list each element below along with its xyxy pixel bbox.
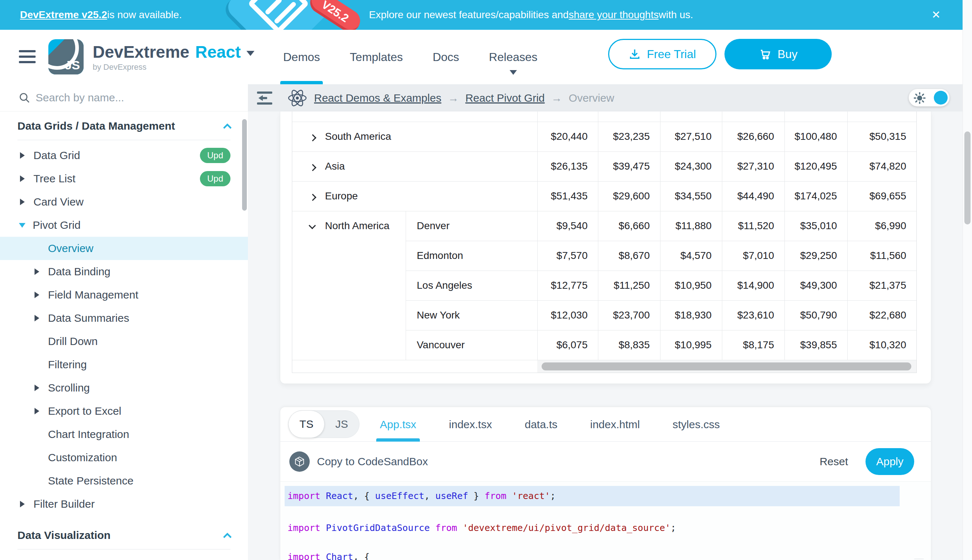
nav-item-docs[interactable]: Docs (431, 30, 460, 84)
devextreme-demos-page: DevExtreme v25.2 is now available. V25.2… (0, 0, 972, 560)
pivot-rowheader-denver[interactable]: Denver (406, 211, 537, 241)
apply-button[interactable]: Apply (865, 448, 914, 475)
sidebar-item-field-management[interactable]: Field Management (0, 283, 248, 307)
chevron-right-icon (35, 268, 39, 275)
nav-item-demos[interactable]: Demos (282, 30, 321, 84)
sidebar-item-filter-builder[interactable]: Filter Builder (0, 492, 248, 516)
pivot-value-cell: $18,930 (660, 300, 722, 330)
pivot-value-cell: $4,570 (660, 241, 722, 270)
theme-toggle[interactable] (909, 89, 949, 107)
pivot-value-cell: $26,660 (722, 122, 785, 152)
sidebar-section-data-visualization: Data Visualization (0, 525, 248, 550)
pivot-value-cell: $120,495 (785, 152, 847, 181)
sidebar-item-data-summaries[interactable]: Data Summaries (0, 307, 248, 330)
pivot-row-europe: Europe$51,435$29,600$34,550$44,490$174,0… (292, 181, 917, 211)
sidebar-item-pivot-grid[interactable]: Pivot Grid (0, 213, 248, 237)
pivot-rowheader-new-york[interactable]: New York (406, 300, 537, 330)
breadcrumb-item-react-pivot-grid[interactable]: React Pivot Grid (465, 92, 545, 104)
sidebar-section-header[interactable]: Data Visualization (0, 525, 248, 545)
pivot-value-cell: $74,820 (847, 152, 917, 181)
sidebar-item-data-binding[interactable]: Data Binding (0, 260, 248, 283)
pivot-value-cell: $27,510 (660, 122, 722, 152)
tab-styles-css[interactable]: styles.css (669, 407, 723, 442)
pivot-value-cell: $8,670 (598, 241, 660, 270)
chevron-right-icon (20, 175, 25, 182)
chevron-up-icon (223, 532, 232, 541)
horizontal-scrollbar-thumb[interactable] (542, 362, 911, 370)
pivot-rowheader-asia[interactable]: Asia (292, 152, 537, 181)
pivot-value-cell: $11,250 (598, 270, 660, 300)
pivot-rowheader-edmonton[interactable]: Edmonton (406, 241, 537, 270)
collapse-sidebar-icon[interactable] (256, 90, 273, 106)
expand-chevron-icon[interactable] (310, 194, 316, 201)
sidebar-item-filtering[interactable]: Filtering (0, 353, 248, 376)
code-scrollbar[interactable] (914, 558, 923, 559)
pivot-value-cell: $21,375 (847, 270, 917, 300)
tab-data-ts[interactable]: data.ts (521, 407, 561, 442)
tab-index-tsx[interactable]: index.tsx (445, 407, 495, 442)
framework-selector[interactable]: React (195, 42, 241, 62)
pivot-row-denver: North AmericaDenver$9,540$6,660$11,880$1… (292, 211, 917, 241)
tab-app-tsx[interactable]: App.tsx (376, 407, 420, 442)
sidebar-scrollbar[interactable] (242, 119, 247, 211)
sidebar-item-drill-down[interactable]: Drill Down (0, 330, 248, 353)
pivot-rowheader-south-america[interactable]: South America (292, 122, 537, 152)
js-option[interactable]: JS (324, 411, 359, 438)
sidebar-item-chart-integration[interactable]: Chart Integration (0, 423, 248, 446)
expand-chevron-icon[interactable] (310, 134, 316, 142)
pivot-value-cell: $35,010 (785, 211, 847, 241)
chevron-right-icon (35, 408, 39, 414)
tab-index-html[interactable]: index.html (587, 407, 644, 442)
pivot-rowheader-los-angeles[interactable]: Los Angeles (406, 270, 537, 300)
share-thoughts-link[interactable]: share your thoughts (569, 9, 659, 21)
nav-item-templates[interactable]: Templates (348, 30, 404, 84)
search-input[interactable] (36, 87, 232, 108)
brand-block: DevExtreme React by DevExpress (93, 42, 254, 72)
expand-chevron-icon[interactable] (310, 164, 316, 172)
breadcrumb: React Demos & Examples→React Pivot Grid→… (287, 84, 614, 112)
sidebar-item-overview[interactable]: Overview (0, 237, 248, 260)
copy-to-codesandbox-button[interactable]: Copy to CodeSandBox (317, 455, 428, 468)
code-editor[interactable]: import React, { useEffect, useRef } from… (280, 482, 931, 560)
sidebar-section-title: Data Visualization (17, 529, 224, 542)
sidebar-item-label: Data Summaries (48, 312, 129, 324)
pivot-rowheader-north-america[interactable]: North America (292, 211, 406, 360)
theme-toggle-knob[interactable] (934, 91, 948, 105)
chevron-down-icon[interactable] (246, 51, 254, 56)
nav-item-releases[interactable]: Releases (487, 30, 539, 84)
updated-badge: Upd (200, 171, 231, 186)
reset-button[interactable]: Reset (820, 455, 848, 468)
sidebar-item-customization[interactable]: Customization (0, 446, 248, 469)
free-trial-button[interactable]: Free Trial (608, 39, 716, 69)
breadcrumb-bar: React Demos & Examples→React Pivot Grid→… (248, 84, 962, 112)
demo-preview-card: South America$20,440$23,235$27,510$26,66… (280, 112, 931, 384)
pivot-rowheader-europe[interactable]: Europe (292, 181, 537, 211)
sidebar-item-label: Filtering (48, 358, 87, 371)
banner-release-link[interactable]: DevExtreme v25.2 (20, 9, 107, 21)
ts-js-toggle[interactable]: TS JS (288, 410, 360, 438)
breadcrumb-separator: → (551, 92, 562, 104)
codesandbox-icon[interactable] (289, 452, 310, 472)
pivot-value-cell: $8,835 (598, 330, 660, 360)
page-scrollbar[interactable] (962, 0, 972, 560)
sidebar-section-header[interactable]: Data Grids / Data Management (0, 116, 248, 136)
ts-option[interactable]: TS (288, 410, 325, 438)
sidebar-item-tree-list[interactable]: Tree ListUpd (0, 167, 248, 190)
sidebar-item-card-view[interactable]: Card View (0, 190, 248, 213)
pivot-rowheader-vancouver[interactable]: Vancouver (406, 330, 537, 360)
close-icon[interactable]: ✕ (929, 7, 944, 23)
hamburger-menu-icon[interactable] (19, 50, 36, 67)
banner-release-rest: is now available. (107, 9, 182, 21)
buy-button[interactable]: Buy (724, 39, 832, 69)
sidebar-item-state-persistence[interactable]: State Persistence (0, 469, 248, 492)
pivot-value-cell: $50,315 (847, 122, 917, 152)
sidebar-item-scrolling[interactable]: Scrolling (0, 376, 248, 400)
collapse-chevron-icon[interactable] (309, 222, 316, 229)
devextreme-js-logo[interactable]: JS (49, 39, 84, 75)
breadcrumb-item-react-demos-examples[interactable]: React Demos & Examples (314, 92, 441, 104)
sidebar-item-export-to-excel[interactable]: Export to Excel (0, 400, 248, 423)
sidebar-item-data-grid[interactable]: Data GridUpd (0, 144, 248, 167)
horizontal-scrollbar[interactable] (537, 360, 917, 373)
page-scrollbar-thumb[interactable] (964, 132, 970, 225)
updated-badge: Upd (200, 148, 231, 163)
